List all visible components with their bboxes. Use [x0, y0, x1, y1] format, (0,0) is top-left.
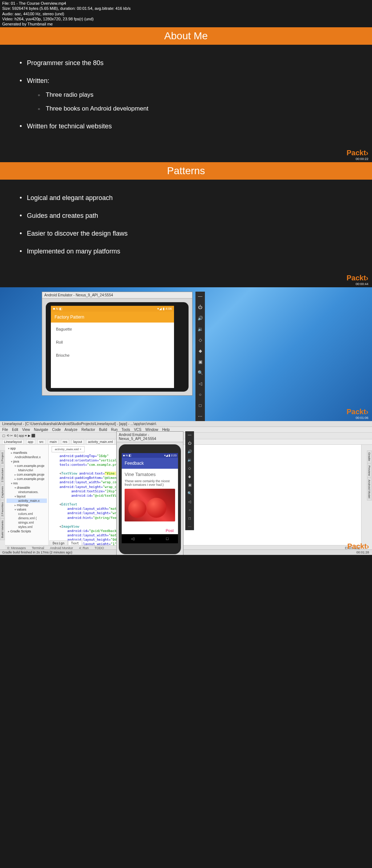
volume-up-icon[interactable]: 🔊 — [187, 449, 192, 453]
crumb[interactable]: main — [48, 439, 59, 444]
phone-screen[interactable]: ■ N ◧ ▾◢ ▮ 4:06 Factory Pattern Baguette… — [51, 306, 174, 388]
packt-logo: Packt› — [347, 408, 368, 416]
list-item[interactable]: Brioche — [51, 349, 174, 362]
zoom-icon[interactable]: 🔍 — [187, 491, 192, 495]
tree-pkg[interactable]: com.example.proje — [7, 472, 47, 477]
editor-tab[interactable]: activity_main.xml × — [52, 446, 85, 452]
rotate-right-icon[interactable]: ◆ — [199, 348, 202, 353]
sub-bullet: Three radio plays — [38, 91, 350, 99]
power-icon[interactable]: ⏻ — [198, 305, 202, 310]
menu-analyze[interactable]: Analyze — [65, 428, 78, 432]
bullet-item: Guides and creates path — [18, 212, 350, 220]
status-bar: ■ N ◧ ▾◢ ▮ 2:23 — [122, 453, 178, 458]
home-icon[interactable]: ○ — [189, 508, 191, 512]
slide-title: Patterns — [0, 162, 372, 180]
home-icon[interactable]: ○ — [199, 392, 201, 397]
tree-gradle[interactable]: Gradle Scripts — [7, 529, 47, 533]
tab-captures[interactable]: Captures — [0, 484, 5, 500]
crumb[interactable]: app — [26, 439, 35, 444]
tree-layout[interactable]: layout — [7, 494, 47, 499]
project-tree[interactable]: app manifests AndroidManifest.x java com… — [5, 445, 49, 547]
recent-icon[interactable]: □ — [166, 536, 169, 541]
tab-preview[interactable]: Preview — [367, 464, 372, 477]
minimize-icon[interactable]: — — [188, 433, 191, 437]
tree-file[interactable]: dimens.xml ( — [7, 516, 47, 520]
menu-build[interactable]: Build — [99, 428, 107, 432]
tab-favorites[interactable]: 2:Favorites — [0, 500, 5, 519]
tab-build-variants[interactable]: Build Variants — [0, 519, 5, 540]
slide-footer: Packt› 00:01:06 — [347, 408, 368, 420]
timestamp: 00:00:44 — [347, 282, 368, 286]
code-editor[interactable]: activity_main.xml × android:paddingTop="… — [49, 445, 361, 547]
rotate-left-icon[interactable]: ◇ — [199, 337, 202, 343]
app-bar: Feedback — [122, 458, 178, 469]
rotate-left-icon[interactable]: ◇ — [188, 466, 191, 470]
tree-file[interactable]: vinetomatoes. — [7, 490, 47, 494]
camera-icon[interactable]: ▣ — [188, 483, 191, 487]
list-item[interactable]: Baguette — [51, 323, 174, 336]
tree-file[interactable]: strings.xml — [7, 520, 47, 525]
camera-icon[interactable]: ▣ — [198, 359, 202, 364]
tree-res[interactable]: res — [7, 481, 47, 485]
tab-project[interactable]: 1:Project — [0, 451, 5, 466]
volume-down-icon[interactable]: 🔉 — [198, 327, 203, 332]
overview-icon[interactable]: □ — [199, 403, 201, 408]
ide-left-gutter: 1:Project 2:Structure Captures 2:Favorit… — [0, 450, 5, 540]
back-icon[interactable]: ◁ — [131, 536, 134, 541]
zoom-icon[interactable]: 🔍 — [198, 370, 203, 375]
tree-app[interactable]: app — [7, 446, 47, 451]
list-item[interactable]: Roll — [51, 336, 174, 349]
crumb[interactable]: res — [61, 439, 69, 444]
minimize-icon[interactable]: — — [198, 294, 202, 299]
menu-view[interactable]: View — [22, 428, 30, 432]
timestamp: 00:00:22 — [347, 157, 368, 161]
emulator-toolbar: — ⏻ 🔊 🔉 ◇ ◆ ▣ 🔍 ◁ ○ □ ⋯ — [185, 431, 194, 530]
post-button[interactable]: Post — [122, 527, 178, 534]
menu-refactor[interactable]: Refactor — [81, 428, 95, 432]
ide-status-bar: Gradle build finished in 2s 17ms (2 minu… — [0, 549, 372, 555]
phone-navbar: ◁ ○ □ — [122, 534, 178, 543]
tree-values[interactable]: values — [7, 507, 47, 512]
menu-edit[interactable]: Edit — [12, 428, 18, 432]
overview-icon[interactable]: □ — [189, 516, 191, 520]
home-icon[interactable]: ○ — [149, 536, 151, 541]
more-icon[interactable]: ⋯ — [198, 414, 202, 419]
emulator-window[interactable]: Android Emulator - Nexus_5_API_24:5554 ■… — [116, 431, 183, 555]
volume-up-icon[interactable]: 🔊 — [198, 316, 203, 321]
tree-mipmap[interactable]: mipmap — [7, 503, 47, 507]
crumb[interactable]: src — [37, 439, 45, 444]
more-icon[interactable]: ⋯ — [188, 525, 191, 529]
crumb[interactable]: Linearlayout — [2, 439, 24, 444]
tree-file[interactable]: colors.xml — [7, 512, 47, 516]
tomato-image — [125, 489, 175, 521]
packt-logo: Packt› — [347, 542, 369, 550]
app-bar-title: Factory Pattern — [54, 315, 170, 320]
tree-drawable[interactable]: drawable — [7, 485, 47, 490]
volume-down-icon[interactable]: 🔉 — [187, 458, 192, 462]
back-icon[interactable]: ◁ — [188, 500, 191, 504]
tree-manifests[interactable]: manifests — [7, 451, 47, 455]
tree-java[interactable]: java — [7, 459, 47, 464]
content-text[interactable]: These were certainly the nicest fresh to… — [125, 479, 175, 487]
back-icon[interactable]: ◁ — [199, 381, 202, 386]
phone-screen[interactable]: ■ N ◧ ▾◢ ▮ 2:23 Feedback Vine Tamatoes T… — [122, 453, 178, 543]
emulator-window[interactable]: Android Emulator - Nexus_9_API_24:5554 ■… — [42, 292, 193, 396]
rotate-right-icon[interactable]: ◆ — [188, 475, 191, 479]
menu-file[interactable]: File — [2, 428, 8, 432]
tree-pkg[interactable]: com.example.proje — [7, 464, 47, 468]
bullet-item: Easier to discover the design flaws — [18, 230, 350, 237]
slide-body: Programmer since the 80s Written: Three … — [0, 45, 372, 162]
power-icon[interactable]: ⏻ — [188, 441, 191, 445]
tab-android-model[interactable]: Android Model — [367, 478, 372, 500]
crumb[interactable]: layout — [72, 439, 84, 444]
menu-navigate[interactable]: Navigate — [34, 428, 48, 432]
tab-gradle[interactable]: Gradle — [367, 451, 372, 463]
tree-file[interactable]: MainActivi — [7, 468, 47, 472]
tab-structure[interactable]: 2:Structure — [0, 466, 5, 484]
menu-code[interactable]: Code — [52, 428, 61, 432]
tree-file[interactable]: AndroidManifest.x — [7, 455, 47, 459]
crumb[interactable]: activity_main.xml — [86, 439, 115, 444]
tree-file[interactable]: activity_main.x — [7, 499, 47, 503]
tree-file[interactable]: styles.xml — [7, 525, 47, 529]
tree-pkg[interactable]: com.example.proje — [7, 477, 47, 481]
